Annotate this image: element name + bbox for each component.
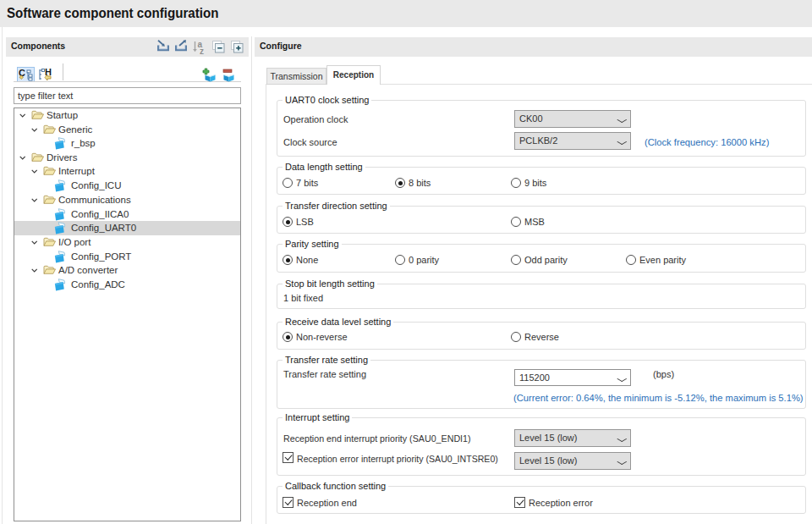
svg-text:z: z — [200, 47, 204, 55]
svg-text:H: H — [45, 68, 52, 77]
